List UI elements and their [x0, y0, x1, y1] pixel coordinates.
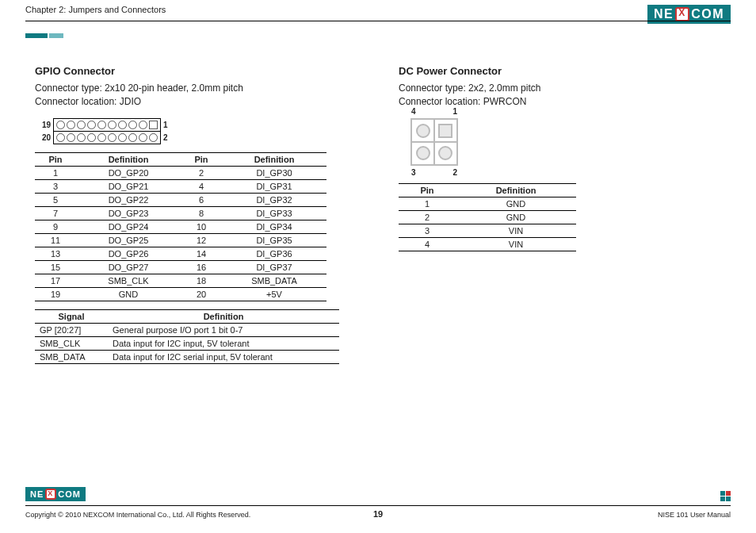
pwr-pin-3: [416, 146, 430, 160]
content: GPIO Connector Connector type: 2x10 20-p…: [35, 65, 731, 372]
th-pin: Pin: [35, 152, 76, 166]
pwr-section: DC Power Connector Connector type: 2x2, …: [399, 65, 731, 372]
gpio-diag-lbl-2: 2: [161, 133, 174, 142]
pwrcon-diagram: 4 1 3 2: [407, 118, 462, 166]
table-row: 7DO_GP238DI_GP33: [35, 206, 326, 220]
gpio-diag-lbl-19: 19: [35, 121, 53, 129]
footer-rule: [25, 505, 731, 506]
header-accent: [25, 33, 63, 38]
gpio-pin-table: Pin Definition Pin Definition 1DO_GP202D…: [35, 152, 326, 301]
pwr-diag-lbl-4: 4: [411, 107, 416, 116]
table-row: 2GND: [399, 210, 576, 224]
gpio-title: GPIO Connector: [35, 65, 367, 77]
pwr-diag-lbl-1: 1: [452, 107, 457, 116]
pwr-pin-table: Pin Definition 1GND 2GND 3VIN 4VIN: [399, 183, 576, 251]
logo-x-icon: [675, 7, 689, 21]
gpio-desc: Connector type: 2x10 20-pin header, 2.0m…: [35, 82, 367, 109]
pwr-diag-lbl-3: 3: [411, 168, 416, 177]
pwr-type: Connector type: 2x2, 2.0mm pitch: [399, 82, 731, 95]
pwr-diag-lbl-2: 2: [452, 168, 457, 177]
gpio-section: GPIO Connector Connector type: 2x10 20-p…: [35, 65, 367, 372]
gpio-signal-table: Signal Definition GP [20:27]General purp…: [35, 309, 339, 364]
th-pwr-pin: Pin: [399, 183, 456, 197]
pwr-loc: Connector location: PWRCON: [399, 95, 731, 109]
header-rule: [25, 21, 731, 21]
page-number: 19: [0, 509, 756, 519]
pwr-pin-4: [416, 124, 430, 138]
gpio-row-bot: [53, 132, 161, 144]
pwr-pin-1: [438, 124, 452, 138]
chapter-label: Chapter 2: Jumpers and Connectors: [25, 5, 166, 14]
table-row: GP [20:27]General purpose I/O port 1 bit…: [35, 323, 339, 336]
logo-text-2: COM: [691, 7, 724, 21]
table-row: 11DO_GP2512DI_GP35: [35, 233, 326, 247]
table-row: 15DO_GP2716DI_GP37: [35, 260, 326, 274]
footer-mark-icon: [720, 491, 731, 501]
pwr-pin-2: [438, 146, 452, 160]
th-def: Definition: [76, 152, 181, 166]
th-signal: Signal: [35, 309, 108, 323]
th-sig-def: Definition: [108, 309, 339, 323]
gpio-row-top: [53, 118, 161, 132]
th-pin2: Pin: [181, 152, 222, 166]
table-row: 19GND20+5V: [35, 287, 326, 301]
table-row: 3DO_GP214DI_GP31: [35, 179, 326, 193]
table-row: 3VIN: [399, 224, 576, 237]
gpio-header-diagram: 19 1 20 2: [35, 118, 367, 144]
gpio-loc: Connector location: JDIO: [35, 95, 367, 109]
table-row: SMB_DATAData input for I2C serial input,…: [35, 350, 339, 363]
logo-bottom: NE COM: [25, 486, 86, 501]
logo-text-1: NE: [654, 7, 674, 21]
gpio-diag-lbl-20: 20: [35, 133, 53, 142]
th-pwr-def: Definition: [456, 183, 576, 197]
table-row: 9DO_GP2410DI_GP34: [35, 220, 326, 233]
logo-x-icon-small: [45, 489, 56, 500]
table-row: 5DO_GP226DI_GP32: [35, 193, 326, 206]
pwr-desc: Connector type: 2x2, 2.0mm pitch Connect…: [399, 82, 731, 109]
page: Chapter 2: Jumpers and Connectors NE COM…: [0, 0, 756, 533]
table-row: SMB_CLKData input for I2C input, 5V tole…: [35, 336, 339, 350]
table-row: 13DO_GP2614DI_GP36: [35, 247, 326, 260]
gpio-diag-lbl-1: 1: [161, 121, 174, 129]
pwr-title: DC Power Connector: [399, 65, 731, 77]
nexcom-logo-small: NE COM: [25, 487, 86, 501]
manual-id: NISE 101 User Manual: [658, 511, 731, 519]
table-row: 1GND: [399, 197, 576, 210]
th-def2: Definition: [222, 152, 326, 166]
gpio-type: Connector type: 2x10 20-pin header, 2.0m…: [35, 82, 367, 95]
table-row: 17SMB_CLK18SMB_DATA: [35, 274, 326, 287]
table-row: 1DO_GP202DI_GP30: [35, 166, 326, 179]
table-row: 4VIN: [399, 237, 576, 251]
